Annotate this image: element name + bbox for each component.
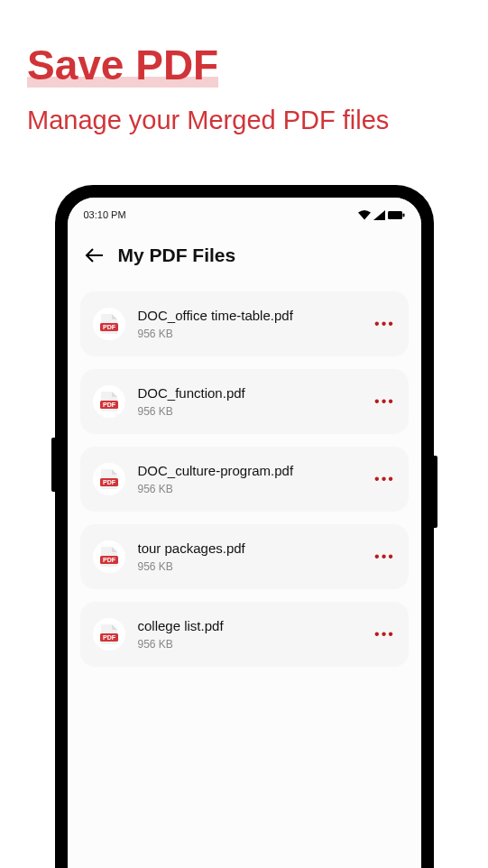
svg-text:PDF: PDF — [103, 557, 116, 563]
svg-text:PDF: PDF — [103, 324, 116, 330]
more-menu-button[interactable]: ••• — [374, 549, 396, 565]
more-horizontal-icon: ••• — [374, 626, 395, 642]
svg-text:PDF: PDF — [103, 479, 116, 485]
screen-title: My PDF Files — [118, 245, 236, 266]
file-item[interactable]: PDF DOC_culture-program.pdf 956 KB ••• — [80, 447, 409, 512]
file-info: tour packages.pdf 956 KB — [138, 540, 362, 573]
heading-area: Save PDF Manage your Merged PDF files — [0, 0, 488, 162]
statusbar-time: 03:10 PM — [84, 209, 126, 220]
file-list: PDF DOC_office time-table.pdf 956 KB •••… — [68, 279, 421, 667]
more-horizontal-icon: ••• — [374, 549, 395, 565]
arrow-left-icon — [84, 245, 106, 266]
file-info: DOC_function.pdf 956 KB — [138, 385, 362, 418]
more-menu-button[interactable]: ••• — [374, 626, 396, 642]
svg-rect-1 — [402, 213, 404, 217]
file-name: DOC_culture-program.pdf — [138, 463, 362, 478]
file-info: college list.pdf 956 KB — [138, 618, 362, 651]
wifi-icon — [358, 210, 371, 220]
file-size: 956 KB — [138, 328, 362, 340]
file-name: DOC_function.pdf — [138, 385, 362, 401]
file-item[interactable]: PDF college list.pdf 956 KB ••• — [80, 602, 409, 667]
more-menu-button[interactable]: ••• — [374, 316, 396, 332]
svg-text:PDF: PDF — [103, 402, 116, 408]
heading-title: Save PDF — [27, 41, 218, 89]
statusbar: 03:10 PM — [68, 198, 421, 232]
file-name: tour packages.pdf — [138, 540, 362, 556]
more-horizontal-icon: ••• — [374, 316, 395, 332]
statusbar-icons — [358, 210, 405, 220]
file-item[interactable]: PDF DOC_function.pdf 956 KB ••• — [80, 369, 409, 434]
phone-screen: My PDF Files PDF DOC_office time-table.p… — [68, 198, 421, 868]
battery-icon — [388, 210, 405, 220]
app-header: My PDF Files — [68, 232, 421, 279]
phone-body: 03:10 PM My PDF Files PDF DOC_office tim… — [55, 185, 434, 868]
pdf-icon: PDF — [93, 540, 125, 573]
file-size: 956 KB — [138, 483, 362, 495]
file-name: DOC_office time-table.pdf — [138, 308, 362, 323]
file-item[interactable]: PDF DOC_office time-table.pdf 956 KB ••• — [80, 291, 409, 356]
file-info: DOC_culture-program.pdf 956 KB — [138, 463, 362, 495]
pdf-icon: PDF — [93, 385, 125, 418]
pdf-icon: PDF — [93, 463, 125, 495]
phone-mockup: 03:10 PM My PDF Files PDF DOC_office tim… — [55, 185, 434, 868]
file-size: 956 KB — [138, 638, 362, 651]
pdf-icon: PDF — [93, 618, 125, 651]
pdf-icon: PDF — [93, 308, 125, 340]
file-size: 956 KB — [138, 560, 362, 573]
file-name: college list.pdf — [138, 618, 362, 633]
back-button[interactable] — [84, 245, 106, 266]
file-item[interactable]: PDF tour packages.pdf 956 KB ••• — [80, 524, 409, 589]
svg-text:PDF: PDF — [103, 634, 116, 641]
signal-icon — [373, 210, 385, 220]
heading-subtitle: Manage your Merged PDF files — [27, 106, 461, 135]
more-menu-button[interactable]: ••• — [374, 471, 396, 487]
file-size: 956 KB — [138, 405, 362, 418]
more-horizontal-icon: ••• — [374, 393, 395, 410]
svg-rect-0 — [388, 211, 402, 219]
more-horizontal-icon: ••• — [374, 471, 395, 487]
file-info: DOC_office time-table.pdf 956 KB — [138, 308, 362, 340]
more-menu-button[interactable]: ••• — [374, 393, 396, 410]
